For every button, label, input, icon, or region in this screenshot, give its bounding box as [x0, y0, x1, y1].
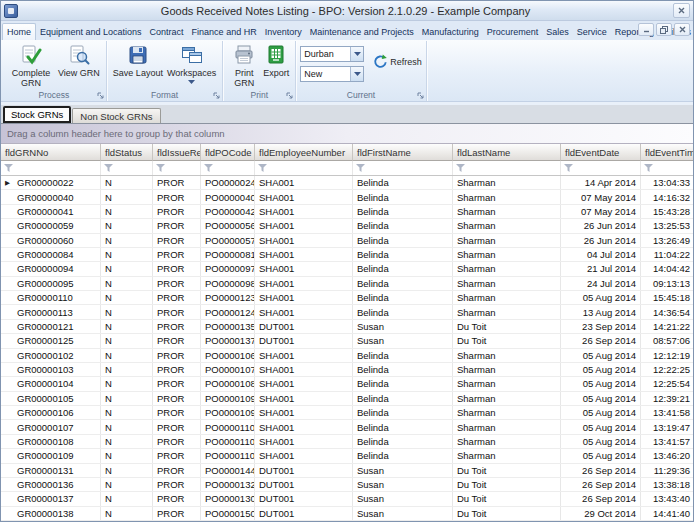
table-row[interactable]: GR00000136NPRORPO0000132DUT001SusanDu To…: [1, 478, 693, 492]
dialog-launcher-icon[interactable]: [213, 92, 220, 99]
cell: Sharman: [453, 363, 561, 376]
table-row[interactable]: GR00000084NPRORPO0000081SHA001BelindaSha…: [1, 248, 693, 262]
column-header-fldpocode[interactable]: fldPOCode: [201, 144, 255, 161]
filter-cell-fldlastname[interactable]: [453, 161, 561, 175]
minimize-button[interactable]: [638, 23, 654, 36]
column-header-fldstatus[interactable]: fldStatus: [101, 144, 153, 161]
cell: Sharman: [453, 420, 561, 433]
table-row[interactable]: GR00000103NPRORPO0000107SHA001BelindaSha…: [1, 363, 693, 377]
column-header-fldgrnno[interactable]: fldGRNNo: [1, 144, 101, 161]
table-row[interactable]: GR00000060NPRORPO0000057SHA001BelindaSha…: [1, 234, 693, 248]
cell: GR00000108: [1, 435, 101, 448]
cell: 12:39:21: [641, 392, 693, 405]
column-header-fldissuere[interactable]: fldIssueRe...: [153, 144, 201, 161]
table-row[interactable]: GR00000059NPRORPO0000056SHA001BelindaSha…: [1, 219, 693, 233]
column-header-fldlastname[interactable]: fldLastName: [453, 144, 561, 161]
cell: Du Toit: [453, 492, 561, 505]
filter-cell-fldfirstname[interactable]: [353, 161, 453, 175]
ribbon-tab-inventory[interactable]: Inventory: [261, 25, 306, 40]
dialog-launcher-icon[interactable]: [97, 92, 104, 99]
cell: N: [101, 234, 153, 247]
view-grn-button[interactable]: View GRN: [56, 43, 102, 79]
table-row[interactable]: ▶GR00000022NPRORPO0000024SHA001BelindaSh…: [1, 176, 693, 190]
cell: 12:25:54: [641, 377, 693, 390]
dropdown-arrow-icon[interactable]: [350, 47, 363, 61]
table-row[interactable]: GR00000121NPRORPO0000135DUT001SusanDu To…: [1, 320, 693, 334]
table-row[interactable]: GR00000094NPRORPO0000097SHA001BelindaSha…: [1, 262, 693, 276]
cell: N: [101, 262, 153, 275]
print-grn-button[interactable]: Print GRN: [227, 43, 261, 89]
ribbon-tab-service[interactable]: Service: [573, 25, 611, 40]
table-row[interactable]: GR00000104NPRORPO0000108SHA001BelindaSha…: [1, 377, 693, 391]
ribbon-tab-sales[interactable]: Sales: [542, 25, 573, 40]
table-row[interactable]: GR00000131NPRORPO0000144DUT001SusanDu To…: [1, 464, 693, 478]
site-dropdown[interactable]: Durban: [300, 46, 364, 62]
table-row[interactable]: GR00000137NPRORPO0000130DUT001SusanDu To…: [1, 492, 693, 506]
filter-cell-fldstatus[interactable]: [101, 161, 153, 175]
cell: 15:43:28: [641, 205, 693, 218]
workspaces-button[interactable]: Workspaces: [165, 43, 218, 85]
table-row[interactable]: GR00000110NPRORPO0000123SHA001BelindaSha…: [1, 291, 693, 305]
cell: 13:19:47: [641, 420, 693, 433]
dropdown-arrow-icon[interactable]: [350, 67, 363, 81]
cell: SHA001: [255, 392, 353, 405]
table-row[interactable]: GR00000106NPRORPO0000109SHA001BelindaSha…: [1, 406, 693, 420]
table-row[interactable]: GR00000108NPRORPO0000110SHA001BelindaSha…: [1, 435, 693, 449]
cell: N: [101, 219, 153, 232]
ribbon-tab-contract[interactable]: Contract: [146, 25, 188, 40]
filter-cell-fldpocode[interactable]: [201, 161, 255, 175]
cell: N: [101, 392, 153, 405]
cell: Sharman: [453, 449, 561, 462]
table-row[interactable]: GR00000095NPRORPO0000098SHA001BelindaSha…: [1, 277, 693, 291]
dialog-launcher-icon[interactable]: [417, 92, 424, 99]
table-row[interactable]: GR00000041NPRORPO0000042SHA001BelindaSha…: [1, 205, 693, 219]
table-row[interactable]: GR00000105NPRORPO0000109SHA001BelindaSha…: [1, 392, 693, 406]
cell: SHA001: [255, 349, 353, 362]
ribbon-tab-manufacturing[interactable]: Manufacturing: [418, 25, 483, 40]
ribbon-tab-maintenance-and-projects[interactable]: Maintenance and Projects: [306, 25, 418, 40]
cell: PO0000107: [201, 363, 255, 376]
window-title: Goods Received Notes Listing - BPO: Vers…: [22, 5, 669, 17]
close-button[interactable]: [673, 3, 690, 18]
ribbon-tab-home[interactable]: Home: [2, 23, 36, 40]
complete-grn-button[interactable]: Complete GRN: [6, 43, 56, 89]
refresh-button[interactable]: Refresh: [372, 54, 422, 69]
table-row[interactable]: GR00000107NPRORPO0000110SHA001BelindaSha…: [1, 420, 693, 434]
cell: PO0000130: [201, 492, 255, 505]
column-header-fldeventtime[interactable]: fldEventTime: [641, 144, 693, 161]
column-header-fldemployeenumber[interactable]: fldEmployeeNumber: [255, 144, 353, 161]
workspaces-label: Workspaces: [167, 68, 216, 78]
filter-cell-fldgrnno[interactable]: [1, 161, 101, 175]
column-header-fldeventdate[interactable]: fldEventDate: [561, 144, 641, 161]
cell: Belinda: [353, 392, 453, 405]
dialog-launcher-icon[interactable]: [286, 92, 293, 99]
table-row[interactable]: GR00000040NPRORPO0000040SHA001BelindaSha…: [1, 190, 693, 204]
view-tab-non-stock-grns[interactable]: Non Stock GRNs: [72, 108, 160, 123]
table-row[interactable]: GR00000102NPRORPO0000106SHA001BelindaSha…: [1, 349, 693, 363]
table-row[interactable]: GR00000113NPRORPO0000124SHA001BelindaSha…: [1, 305, 693, 319]
ribbon-tab-procurement[interactable]: Procurement: [483, 25, 543, 40]
cell: 05 Aug 2014: [561, 449, 641, 462]
restore-button[interactable]: [656, 23, 672, 36]
export-button[interactable]: Export: [261, 43, 291, 79]
status-dropdown[interactable]: New: [300, 66, 364, 82]
view-tab-stock-grns[interactable]: Stock GRNs: [3, 106, 71, 123]
cell: PO0000097: [201, 262, 255, 275]
ribbon-tab-equipment-and-locations[interactable]: Equipment and Locations: [36, 25, 146, 40]
table-row[interactable]: GR00000138NPRORPO0000150DUT001SusanDu To…: [1, 507, 693, 521]
filter-cell-fldeventdate[interactable]: [561, 161, 641, 175]
cell: 09:13:13: [641, 277, 693, 290]
filter-cell-fldeventtime[interactable]: [641, 161, 693, 175]
ribbon-close-button[interactable]: [674, 23, 690, 36]
cell: GR00000084: [1, 248, 101, 261]
cell: N: [101, 349, 153, 362]
table-row[interactable]: GR00000125NPRORPO0000137DUT001SusanDu To…: [1, 334, 693, 348]
cell: GR00000041: [1, 205, 101, 218]
filter-cell-fldissuere[interactable]: [153, 161, 201, 175]
save-layout-button[interactable]: Save Layout: [111, 43, 165, 79]
table-row[interactable]: GR00000109NPRORPO0000110SHA001BelindaSha…: [1, 449, 693, 463]
column-header-fldfirstname[interactable]: fldFirstName: [353, 144, 453, 161]
group-by-panel[interactable]: Drag a column header here to group by th…: [1, 124, 693, 144]
filter-cell-fldemployeenumber[interactable]: [255, 161, 353, 175]
ribbon-tab-finance-and-hr[interactable]: Finance and HR: [188, 25, 261, 40]
